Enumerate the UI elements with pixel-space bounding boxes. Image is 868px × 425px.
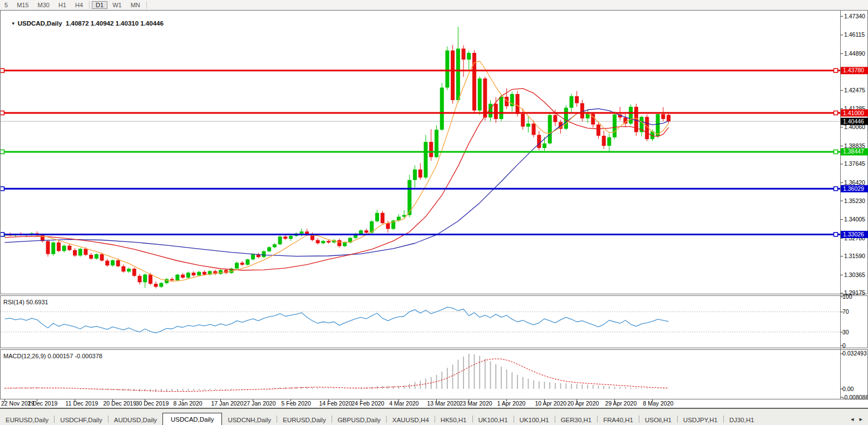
- candle-body: [321, 241, 325, 243]
- date-tick-label[interactable]: 20 Dec 2019: [103, 400, 137, 407]
- date-tick-label[interactable]: 23 Mar 2020: [460, 400, 492, 407]
- candle-body: [494, 104, 498, 119]
- candle-body: [580, 103, 584, 118]
- line-drag-handle[interactable]: [1, 187, 4, 191]
- candle-body: [343, 243, 347, 246]
- candle-body: [300, 231, 304, 234]
- candle-body: [667, 115, 670, 122]
- macd-tick-label: -0.008086: [842, 394, 868, 401]
- line-drag-handle[interactable]: [834, 233, 838, 236]
- tab-scroll-left-icon[interactable]: ◂: [851, 416, 854, 423]
- candle: [262, 250, 266, 258]
- date-tick-label[interactable]: 1 Apr 2020: [497, 400, 526, 407]
- timeframe-button-h4[interactable]: H4: [71, 1, 87, 9]
- chart-tab-uk100-h1[interactable]: UK100,H1: [514, 414, 555, 425]
- date-tick-label[interactable]: 17 Jan 2020: [211, 400, 244, 407]
- line-drag-handle[interactable]: [834, 111, 838, 115]
- candle-body: [537, 135, 541, 148]
- timeframe-button-d1[interactable]: D1: [92, 1, 107, 9]
- line-drag-handle[interactable]: [1, 150, 4, 154]
- chart-tab-audusd-daily[interactable]: AUDUSD,Daily: [108, 414, 162, 425]
- candle-body: [526, 123, 530, 126]
- date-tick-label[interactable]: 14 Feb 2020: [319, 400, 352, 407]
- timeframe-button-5[interactable]: 5: [1, 1, 12, 9]
- date-tick-label[interactable]: 2 Dec 2019: [28, 400, 58, 407]
- chart-tab-usdcnh-daily[interactable]: USDCNH,Daily: [222, 414, 277, 425]
- candle-body: [462, 48, 466, 60]
- chart-tab-xauusd-h4[interactable]: XAUUSD,H4: [387, 414, 435, 425]
- line-drag-handle[interactable]: [1, 68, 4, 72]
- date-tick-label[interactable]: 13 Mar 2020: [427, 400, 460, 407]
- chart-tab-dj30-h1[interactable]: DJ30,H1: [724, 414, 760, 425]
- candle: [445, 47, 449, 90]
- candle-body: [570, 96, 574, 108]
- candle: [95, 253, 98, 259]
- candle-body: [267, 247, 271, 251]
- chart-area[interactable]: 1.473401.461151.448901.424751.412851.400…: [0, 10, 868, 407]
- candle-body: [381, 213, 384, 223]
- chart-tab-eurusd-daily[interactable]: EURUSD,Daily: [0, 414, 54, 425]
- level-price-label: 1.36029: [843, 185, 864, 192]
- candle-body: [359, 230, 363, 234]
- date-tick-label[interactable]: 29 Apr 2020: [605, 400, 637, 407]
- date-tick-label[interactable]: 4 Mar 2020: [389, 400, 419, 407]
- timeframe-button-h1[interactable]: H1: [55, 1, 70, 9]
- date-tick-label[interactable]: 8 Jan 2020: [174, 400, 203, 407]
- candle-body: [192, 273, 196, 275]
- date-tick-label[interactable]: 20 Apr 2020: [568, 400, 599, 407]
- candle-body: [418, 170, 422, 178]
- line-drag-handle[interactable]: [834, 187, 838, 191]
- date-tick-label[interactable]: 11 Dec 2019: [66, 400, 98, 407]
- candle-body: [424, 142, 428, 177]
- chart-tab-usdcad-daily[interactable]: USDCAD,Daily: [162, 413, 222, 425]
- chart-tab-usdchf-daily[interactable]: USDCHF,Daily: [55, 414, 107, 425]
- candle: [451, 45, 455, 104]
- candle-body: [661, 114, 665, 119]
- timeframe-button-m30[interactable]: M30: [34, 1, 53, 9]
- line-drag-handle[interactable]: [1, 111, 4, 115]
- candle: [613, 111, 617, 139]
- chart-tab-ger30-h1[interactable]: GER30,H1: [555, 414, 598, 425]
- date-tick-label[interactable]: 10 Apr 2020: [535, 400, 567, 407]
- chart-tab-gbpusd-daily[interactable]: GBPUSD,Daily: [332, 414, 386, 425]
- chart-tab-eurusd-daily[interactable]: EURUSD,Daily: [277, 414, 331, 425]
- date-tick-label[interactable]: 27 Jan 2020: [244, 400, 276, 407]
- timeframe-button-m15[interactable]: M15: [13, 1, 32, 9]
- chart-tab-usoil-h1[interactable]: USOil,H1: [639, 414, 677, 425]
- candle-body: [181, 275, 185, 278]
- timeframe-button-w1[interactable]: W1: [108, 1, 126, 9]
- date-tick-label[interactable]: 24 Feb 2020: [352, 400, 384, 407]
- date-tick-label[interactable]: 5 Feb 2020: [282, 400, 311, 407]
- candle-body: [100, 254, 104, 261]
- toolbar-separator: [146, 1, 147, 9]
- chart-tab-hk50-h1[interactable]: HK50,H1: [435, 414, 472, 425]
- price-tick-label: 1.44890: [844, 50, 865, 57]
- chart-tab-uk100-h1[interactable]: UK100,H1: [473, 414, 514, 425]
- candle-body: [154, 284, 158, 286]
- chart-tab-strip: EURUSD,DailyUSDCHF,DailyAUDUSD,DailyUSDC…: [0, 408, 868, 425]
- candle: [57, 241, 61, 253]
- candle-body: [656, 114, 660, 136]
- candle-body: [95, 254, 98, 259]
- rsi-tick-label: 100: [842, 293, 852, 300]
- candle-body: [516, 94, 520, 114]
- date-tick-label[interactable]: 8 May 2020: [643, 400, 674, 407]
- chart-tab-usdjpy-h1[interactable]: USDJPY,H1: [678, 414, 723, 425]
- price-tick-label: 1.30365: [844, 271, 865, 278]
- macd-tick-label: 0.032493: [842, 350, 867, 357]
- line-drag-handle[interactable]: [1, 233, 4, 236]
- date-tick-label[interactable]: 30 Dec 2019: [136, 400, 169, 407]
- line-drag-handle[interactable]: [834, 68, 838, 72]
- timeframe-button-mn[interactable]: MN: [127, 1, 144, 9]
- chart-tab-fra40-h1[interactable]: FRA40,H1: [598, 414, 639, 425]
- tab-scroll-right-icon[interactable]: ▸: [859, 416, 862, 423]
- candle-body: [451, 51, 455, 100]
- candle-body: [542, 144, 546, 148]
- candle-body: [84, 249, 88, 255]
- candle-body: [127, 269, 131, 271]
- candle-body: [499, 97, 503, 119]
- line-drag-handle[interactable]: [834, 150, 838, 154]
- candle-body: [262, 251, 266, 257]
- candle-body: [364, 230, 368, 233]
- candle-body: [121, 266, 125, 272]
